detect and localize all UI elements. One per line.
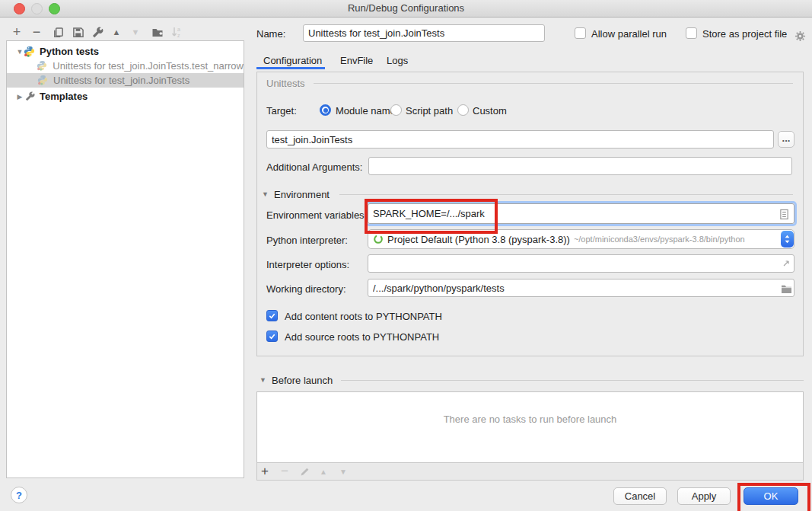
remove-task-button[interactable]: − bbox=[276, 463, 293, 480]
interpreter-stepper[interactable] bbox=[781, 231, 794, 248]
before-launch-line bbox=[341, 380, 804, 381]
add-source-roots-label[interactable]: Add source roots to PYTHONPATH bbox=[285, 331, 439, 343]
store-as-project-file-label: Store as project file bbox=[702, 28, 787, 40]
tab-logs[interactable]: Logs bbox=[387, 55, 408, 66]
move-task-down-button[interactable]: ▼ bbox=[335, 463, 352, 480]
configurations-tree: ▼ Python tests Unittests for test_join.J… bbox=[6, 40, 244, 478]
interpreter-options-label: Interpreter options: bbox=[266, 259, 349, 270]
unittests-group-line bbox=[314, 83, 793, 84]
target-custom-label[interactable]: Custom bbox=[473, 105, 507, 117]
add-configuration-button[interactable]: + bbox=[8, 24, 25, 40]
arrow-up-icon: ▲ bbox=[113, 27, 121, 37]
apply-button[interactable]: Apply bbox=[677, 487, 731, 505]
minus-icon: − bbox=[281, 464, 288, 479]
tree-item-templates[interactable]: ▶ Templates bbox=[7, 89, 244, 104]
working-directory-browse-button[interactable] bbox=[778, 280, 794, 297]
edit-task-button[interactable] bbox=[296, 463, 313, 480]
check-icon bbox=[268, 332, 276, 340]
save-icon bbox=[72, 27, 84, 38]
add-content-roots-label[interactable]: Add content roots to PYTHONPATH bbox=[285, 311, 442, 322]
pencil-icon bbox=[300, 467, 310, 477]
new-folder-icon bbox=[151, 27, 164, 38]
python-test-config-icon bbox=[37, 60, 49, 72]
additional-arguments-label: Additional Arguments: bbox=[266, 161, 362, 173]
sort-configurations-button[interactable]: az bbox=[168, 24, 185, 40]
environment-variables-input[interactable] bbox=[368, 203, 794, 224]
ok-button[interactable]: OK bbox=[744, 487, 798, 505]
working-directory-label: Working directory: bbox=[266, 283, 346, 295]
virtualenv-icon bbox=[373, 234, 384, 244]
allow-parallel-run-checkbox[interactable] bbox=[575, 27, 586, 39]
python-interpreter-label: Python interpreter: bbox=[266, 235, 348, 246]
before-launch-tasks-panel: There are no tasks to run before launch bbox=[256, 391, 804, 463]
remove-configuration-button[interactable]: − bbox=[28, 24, 45, 40]
arrow-down-icon: ▼ bbox=[339, 468, 347, 476]
additional-arguments-input[interactable] bbox=[368, 157, 792, 175]
store-options-button[interactable] bbox=[791, 27, 808, 44]
minus-icon: − bbox=[33, 24, 41, 40]
save-configuration-button[interactable] bbox=[69, 24, 86, 40]
target-module-name-label[interactable]: Module name bbox=[336, 105, 396, 117]
window-title: Run/Debug Configurations bbox=[0, 0, 812, 17]
expand-icon bbox=[782, 259, 791, 268]
list-icon bbox=[779, 209, 789, 220]
create-folder-button[interactable] bbox=[149, 24, 166, 40]
move-down-button[interactable]: ▼ bbox=[127, 24, 144, 40]
working-directory-input[interactable] bbox=[368, 279, 794, 297]
wrench-icon bbox=[92, 27, 103, 38]
env-vars-browse-button[interactable] bbox=[775, 206, 792, 222]
tab-envfile[interactable]: EnvFile bbox=[340, 55, 373, 66]
add-content-roots-checkbox[interactable] bbox=[266, 310, 278, 321]
sort-az-icon: az bbox=[171, 26, 183, 38]
tab-configuration[interactable]: Configuration bbox=[263, 55, 322, 66]
svg-text:z: z bbox=[177, 33, 180, 38]
interpreter-value: Project Default (Python 3.8 (pyspark-3.8… bbox=[387, 234, 570, 245]
copy-icon bbox=[53, 27, 64, 38]
environment-section-label: Environment bbox=[274, 189, 330, 200]
python-test-config-icon bbox=[37, 75, 49, 87]
target-script-path-label[interactable]: Script path bbox=[406, 105, 453, 117]
expander-expanded-icon[interactable]: ▼ bbox=[16, 48, 24, 56]
target-script-path-radio[interactable] bbox=[390, 104, 402, 116]
expand-field-button[interactable] bbox=[778, 255, 794, 272]
expander-collapsed-icon[interactable]: ▶ bbox=[16, 93, 24, 101]
help-button[interactable]: ? bbox=[11, 487, 27, 503]
interpreter-path: ~/opt/miniconda3/envs/pyspark-3.8/bin/py… bbox=[574, 235, 745, 244]
before-launch-collapse-icon[interactable]: ▼ bbox=[260, 376, 266, 384]
tree-item-python-tests[interactable]: ▼ Python tests bbox=[7, 44, 244, 59]
move-up-button[interactable]: ▲ bbox=[108, 24, 125, 40]
environment-section-line bbox=[339, 194, 793, 195]
run-debug-configurations-dialog: Run/Debug Configurations + − ▲ ▼ az ▼ Py… bbox=[0, 0, 812, 511]
target-module-name-radio[interactable] bbox=[320, 104, 331, 116]
unittests-group-label: Unittests bbox=[266, 78, 305, 89]
target-browse-button[interactable]: ... bbox=[778, 131, 794, 148]
title-bar: Run/Debug Configurations bbox=[0, 0, 812, 18]
svg-text:a: a bbox=[177, 27, 180, 32]
before-launch-empty-message: There are no tasks to run before launch bbox=[257, 414, 803, 425]
active-tab-underline bbox=[256, 67, 325, 69]
edit-templates-button[interactable] bbox=[89, 24, 106, 40]
add-source-roots-checkbox[interactable] bbox=[266, 331, 278, 342]
target-custom-radio[interactable] bbox=[457, 104, 469, 116]
interpreter-options-input[interactable] bbox=[368, 254, 794, 273]
tree-item-label: Unittests for test_join.JoinTests.test_n… bbox=[53, 60, 244, 72]
environment-collapse-icon[interactable]: ▼ bbox=[262, 190, 269, 198]
store-as-project-file-checkbox[interactable] bbox=[686, 27, 697, 39]
cancel-button[interactable]: Cancel bbox=[613, 487, 667, 505]
up-down-chevrons-icon bbox=[784, 233, 791, 245]
move-task-up-button[interactable]: ▲ bbox=[315, 463, 332, 480]
question-mark-icon: ? bbox=[16, 490, 22, 501]
target-module-input[interactable] bbox=[266, 130, 774, 149]
tree-item-unittest-narrow[interactable]: Unittests for test_join.JoinTests.test_n… bbox=[7, 59, 244, 73]
python-interpreter-select[interactable]: Project Default (Python 3.8 (pyspark-3.8… bbox=[368, 229, 794, 249]
tree-item-label: Python tests bbox=[40, 46, 99, 57]
target-label: Target: bbox=[266, 105, 297, 117]
tree-item-unittest-jointests-selected[interactable]: Unittests for test_join.JoinTests bbox=[7, 73, 244, 88]
copy-configuration-button[interactable] bbox=[49, 24, 66, 40]
add-task-button[interactable]: + bbox=[256, 463, 273, 480]
plus-icon: + bbox=[13, 24, 21, 40]
check-icon bbox=[268, 311, 276, 320]
environment-variables-label: Environment variables: bbox=[266, 209, 367, 221]
name-input[interactable] bbox=[303, 24, 545, 42]
templates-wrench-icon bbox=[24, 91, 36, 103]
